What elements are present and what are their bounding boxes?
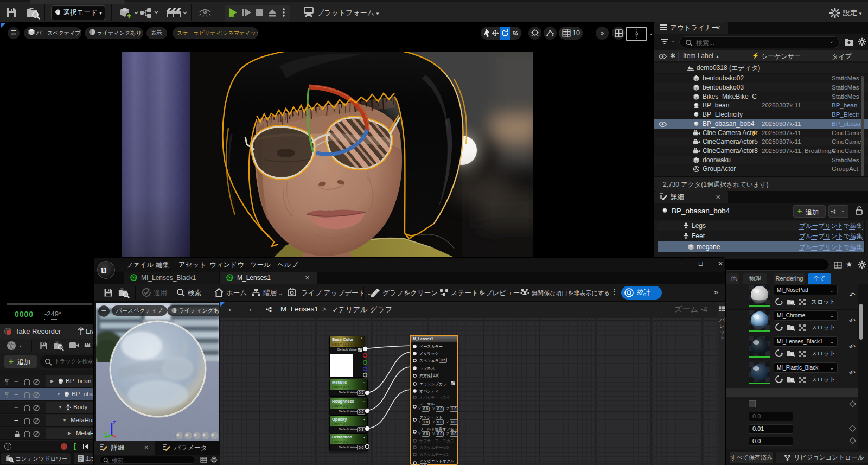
svg-text:X: X	[113, 434, 117, 438]
svg-text:Z: Z	[113, 420, 116, 425]
svg-text:Y: Y	[104, 431, 107, 436]
svg-text:i: i	[630, 292, 631, 297]
